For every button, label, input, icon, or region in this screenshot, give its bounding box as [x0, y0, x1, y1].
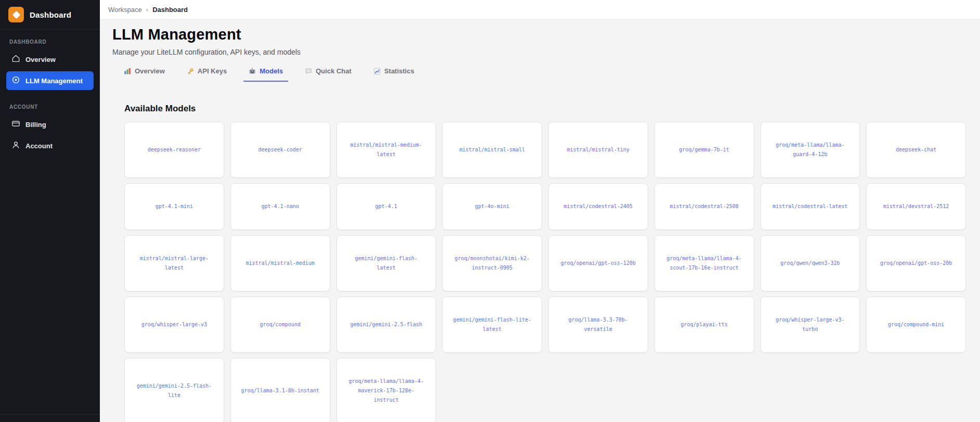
- page-title: LLM Management: [112, 26, 980, 43]
- model-card[interactable]: groq/gemma-7b-it: [654, 122, 754, 178]
- model-name: gemini/gemini-flash-latest: [346, 254, 427, 273]
- model-card[interactable]: gemini/gemini-flash-lite-latest: [442, 297, 542, 353]
- model-card[interactable]: mistral/devstral-2512: [866, 183, 966, 230]
- model-card[interactable]: groq/llama-3.1-8b-instant: [230, 358, 330, 422]
- model-name: deepseek-coder: [258, 145, 302, 155]
- available-models-section: Available Models deepseek-reasonerdeepse…: [100, 104, 980, 422]
- diamond-logo-icon: [8, 7, 24, 22]
- model-name: deepseek-chat: [896, 145, 936, 155]
- model-name: gpt-4o-mini: [475, 202, 509, 211]
- model-card[interactable]: gpt-4o-mini: [442, 183, 542, 230]
- models-grid: deepseek-reasonerdeepseek-codermistral/m…: [124, 122, 966, 422]
- tab-quick-chat[interactable]: Quick Chat: [300, 67, 357, 82]
- model-card[interactable]: groq/openai/gpt-oss-20b: [866, 235, 966, 291]
- sidebar-section-account: ACCOUNT Billing Account: [0, 95, 100, 160]
- sidebar-section-dashboard: DASHBOARD Overview LLM Management: [0, 30, 100, 95]
- model-card[interactable]: groq/moonshotai/kimi-k2-instruct-0905: [442, 235, 542, 291]
- tab-overview[interactable]: Overview: [119, 67, 170, 82]
- model-name: groq/meta-llama/llama-guard-4-12b: [770, 140, 850, 159]
- chevron-right-icon: ›: [146, 6, 148, 14]
- tab-api-keys[interactable]: API Keys: [182, 67, 232, 82]
- tab-label: Models: [260, 67, 283, 75]
- model-card[interactable]: gemini/gemini-2.5-flash-lite: [124, 358, 224, 422]
- main-area: Workspace › Dashboard LLM Management Man…: [100, 0, 980, 422]
- model-card[interactable]: mistral/mistral-large-latest: [124, 235, 224, 291]
- model-card[interactable]: groq/meta-llama/llama-4-maverick-17b-128…: [337, 358, 436, 422]
- model-card[interactable]: mistral/codestral-2405: [548, 183, 648, 230]
- model-card[interactable]: groq/openai/gpt-oss-120b: [548, 235, 648, 291]
- model-card[interactable]: mistral/mistral-tiny: [548, 122, 648, 178]
- model-name: groq/openai/gpt-oss-120b: [561, 259, 636, 268]
- model-name: mistral/mistral-tiny: [567, 145, 629, 155]
- model-card[interactable]: mistral/mistral-small: [442, 122, 542, 178]
- model-card[interactable]: deepseek-reasoner: [124, 122, 224, 178]
- model-card[interactable]: groq/qwen/qwen3-32b: [760, 235, 860, 291]
- model-card[interactable]: groq/meta-llama/llama-guard-4-12b: [760, 122, 860, 178]
- model-card[interactable]: mistral/codestral-latest: [760, 183, 860, 230]
- diamond-shape: [12, 10, 20, 19]
- model-name: mistral/codestral-2508: [669, 202, 738, 211]
- model-name: mistral/devstral-2512: [883, 202, 949, 211]
- model-card[interactable]: gpt-4.1-nano: [230, 183, 330, 230]
- model-card[interactable]: deepseek-coder: [230, 122, 330, 178]
- model-name: mistral/codestral-latest: [772, 202, 848, 211]
- sidebar-item-label: Overview: [25, 56, 56, 63]
- model-name: groq/meta-llama/llama-4-scout-17b-16e-in…: [664, 254, 744, 273]
- model-card[interactable]: gpt-4.1: [337, 183, 436, 230]
- model-name: mistral/codestral-2405: [564, 202, 633, 211]
- model-name: groq/whisper-large-v3-turbo: [770, 315, 850, 334]
- sidebar-item-llm-management[interactable]: LLM Management: [6, 71, 94, 90]
- model-name: mistral/mistral-large-latest: [134, 254, 214, 273]
- model-name: gpt-4.1-mini: [156, 202, 193, 211]
- model-name: groq/llama-3.3-70b-versatile: [558, 315, 638, 334]
- model-name: mistral/mistral-medium: [246, 259, 314, 268]
- available-models-heading: Available Models: [124, 104, 966, 114]
- logo[interactable]: Dashboard: [0, 0, 100, 30]
- breadcrumb: Workspace › Dashboard: [100, 0, 980, 20]
- target-icon: [11, 75, 20, 86]
- model-name: mistral/mistral-medium-latest: [346, 140, 427, 159]
- model-name: gpt-4.1-nano: [262, 202, 299, 211]
- model-name: groq/moonshotai/kimi-k2-instruct-0905: [452, 254, 532, 273]
- sidebar-item-billing[interactable]: Billing: [6, 115, 94, 134]
- bar-chart-icon: [124, 68, 131, 75]
- model-name: groq/playai-tts: [680, 320, 727, 329]
- sidebar-item-overview[interactable]: Overview: [6, 50, 94, 69]
- model-name: deepseek-reasoner: [148, 145, 201, 155]
- model-card[interactable]: groq/compound-mini: [866, 297, 966, 353]
- model-name: groq/openai/gpt-oss-20b: [880, 259, 952, 268]
- model-name: groq/qwen/qwen3-32b: [780, 259, 840, 268]
- model-card[interactable]: gemini/gemini-2.5-flash: [337, 297, 436, 353]
- tab-statistics[interactable]: Statistics: [368, 67, 420, 82]
- sidebar-item-account[interactable]: Account: [6, 136, 94, 155]
- tab-models[interactable]: Models: [243, 67, 288, 82]
- model-card[interactable]: gpt-4.1-mini: [124, 183, 224, 230]
- model-card[interactable]: gemini/gemini-flash-latest: [337, 235, 436, 291]
- model-card[interactable]: groq/whisper-large-v3-turbo: [760, 297, 860, 353]
- model-card[interactable]: groq/playai-tts: [654, 297, 754, 353]
- model-card[interactable]: mistral/codestral-2508: [654, 183, 754, 230]
- logo-text: Dashboard: [30, 10, 71, 19]
- key-icon: [187, 68, 194, 75]
- tab-label: Statistics: [384, 67, 415, 75]
- sidebar: Dashboard DASHBOARD Overview LLM Managem…: [0, 0, 100, 422]
- home-icon: [11, 54, 20, 65]
- sidebar-item-label: Account: [25, 142, 53, 150]
- model-card[interactable]: groq/whisper-large-v3: [124, 297, 224, 353]
- model-card[interactable]: mistral/mistral-medium-latest: [337, 122, 436, 178]
- user-icon: [11, 140, 20, 151]
- sidebar-item-label: LLM Management: [25, 77, 83, 85]
- model-name: groq/compound: [260, 320, 300, 329]
- model-card[interactable]: groq/compound: [230, 297, 330, 353]
- model-card[interactable]: groq/llama-3.3-70b-versatile: [548, 297, 648, 353]
- sidebar-section-label: ACCOUNT: [6, 104, 94, 115]
- model-card[interactable]: mistral/mistral-medium: [230, 235, 330, 291]
- app-root: Dashboard DASHBOARD Overview LLM Managem…: [0, 0, 980, 422]
- model-name: mistral/mistral-small: [459, 145, 525, 155]
- page-subtitle: Manage your LiteLLM configuration, API k…: [112, 48, 980, 56]
- model-card[interactable]: deepseek-chat: [866, 122, 966, 178]
- tab-label: Quick Chat: [316, 67, 352, 75]
- breadcrumb-workspace[interactable]: Workspace: [108, 6, 142, 14]
- model-card[interactable]: groq/meta-llama/llama-4-scout-17b-16e-in…: [654, 235, 754, 291]
- model-name: gemini/gemini-2.5-flash: [350, 320, 422, 329]
